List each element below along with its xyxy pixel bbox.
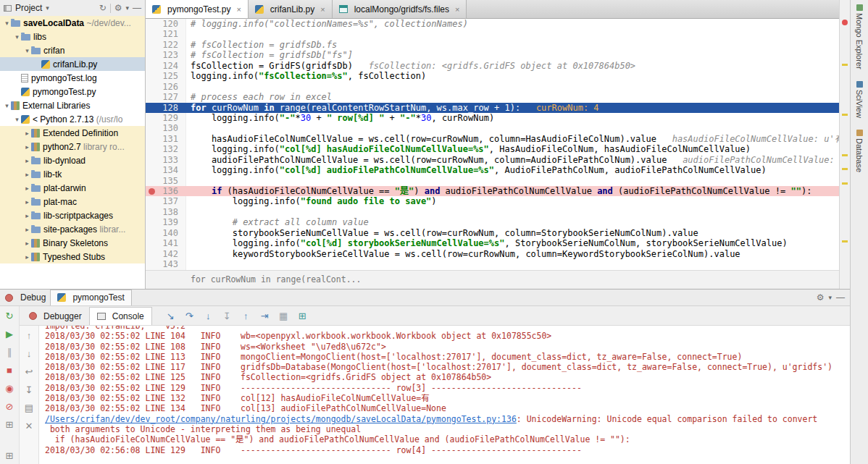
tool-button-database[interactable]: Database bbox=[855, 130, 864, 172]
gutter-line-127[interactable]: 127 bbox=[146, 92, 186, 102]
view-as-table-icon[interactable]: ⊞ bbox=[296, 308, 309, 324]
code-line-120[interactable]: 120# logging.info("collectionNames=%s", … bbox=[146, 19, 839, 29]
debug-tab-debugger[interactable]: Debugger bbox=[22, 307, 89, 325]
code-line-124[interactable]: 124fsCollection = GridFS(gridfsDb) fsCol… bbox=[146, 61, 839, 71]
previous-occurrence-icon[interactable]: ↑ bbox=[22, 329, 36, 342]
code-line-137[interactable]: 137 logging.info("found audo file to sav… bbox=[146, 196, 839, 206]
gear-icon[interactable]: ⚙ bbox=[114, 4, 122, 12]
tree-item-typeshed-stubs[interactable]: ▸Typeshed Stubs bbox=[0, 250, 145, 263]
tree-item-python-2-7-13[interactable]: ▾< Python 2.7.13 (/usr/lo bbox=[0, 112, 145, 126]
code-line-143[interactable]: 143 bbox=[146, 259, 839, 269]
tree-right-arrow-icon[interactable]: ▸ bbox=[23, 143, 31, 151]
tool-button-mongo-explorer[interactable]: Mongo Explorer bbox=[855, 4, 864, 69]
sync-icon[interactable]: ↻ bbox=[99, 4, 107, 12]
code-line-130[interactable]: 130 bbox=[146, 123, 839, 133]
gutter-line-122[interactable]: 122 bbox=[146, 40, 186, 50]
tree-down-arrow-icon[interactable]: ▾ bbox=[3, 20, 11, 27]
run-to-cursor-icon[interactable]: ⇥ bbox=[258, 308, 272, 324]
step-out-icon[interactable]: ↑ bbox=[239, 308, 253, 324]
tree-right-arrow-icon[interactable]: ▸ bbox=[23, 253, 31, 261]
gutter-line-139[interactable]: 139 bbox=[146, 217, 186, 227]
tree-right-arrow-icon[interactable]: ▸ bbox=[23, 212, 31, 219]
print-console-icon[interactable]: ▤ bbox=[22, 402, 36, 414]
chevron-down-icon[interactable]: ▾ bbox=[828, 294, 832, 301]
resume-program-icon[interactable]: ▶ bbox=[3, 328, 16, 340]
code-line-131[interactable]: 131 hasAudioFileColNumCellValue = ws.cel… bbox=[146, 134, 839, 144]
tree-down-arrow-icon[interactable]: ▾ bbox=[23, 47, 31, 54]
gear-icon[interactable]: ⚙ bbox=[817, 293, 825, 302]
code-line-126[interactable]: 126 bbox=[146, 82, 839, 92]
gutter-line-130[interactable]: 130 bbox=[146, 123, 186, 133]
tree-item-extended-definition[interactable]: ▸Extended Definition bbox=[0, 126, 145, 140]
code-line-134[interactable]: 134 logging.info("col[%d] audioFilePathC… bbox=[146, 165, 839, 175]
hide-tool-window-bars-icon[interactable]: ⊞ bbox=[6, 450, 14, 461]
stop-program-icon[interactable]: ■ bbox=[3, 364, 16, 376]
pause-program-icon[interactable]: ∥ bbox=[3, 346, 16, 358]
hide-panel-icon[interactable]: — bbox=[133, 4, 141, 12]
code-line-138[interactable]: 138 bbox=[146, 207, 839, 217]
code-line-140[interactable]: 140 storybookSerieNumCellValue = ws.cell… bbox=[146, 228, 839, 238]
tree-down-arrow-icon[interactable]: ▾ bbox=[3, 102, 11, 109]
gutter-line-120[interactable]: 120 bbox=[146, 19, 186, 29]
gutter-line-131[interactable]: 131 bbox=[146, 134, 186, 144]
code-line-123[interactable]: 123# fsCollection = gridfsDb["fs"] bbox=[146, 50, 839, 60]
tree-item-pymongotest-py[interactable]: pymongoTest.py bbox=[0, 85, 145, 98]
rerun-icon[interactable]: ↻ bbox=[3, 310, 16, 322]
gutter-line-132[interactable]: 132 bbox=[146, 144, 186, 154]
warning-mark-icon[interactable] bbox=[842, 154, 848, 156]
gutter-line-124[interactable]: 124 bbox=[146, 61, 186, 71]
gutter-line-134[interactable]: 134 bbox=[146, 165, 186, 175]
tree-right-arrow-icon[interactable]: ▸ bbox=[23, 198, 31, 206]
code-line-142[interactable]: 142 keywordStorybookSerieCellValue = ws.… bbox=[146, 249, 839, 259]
code-line-127[interactable]: 127# process each row in excel bbox=[146, 92, 839, 102]
code-line-136[interactable]: 136 if (hasAudioFileColNumCellValue == "… bbox=[146, 186, 839, 196]
view-breakpoints-icon[interactable]: ◉ bbox=[3, 382, 16, 395]
warning-mark-icon[interactable] bbox=[842, 168, 848, 170]
close-icon[interactable]: × bbox=[236, 5, 241, 14]
tree-item-crifan[interactable]: ▾crifan bbox=[0, 43, 145, 57]
warning-mark-icon[interactable] bbox=[842, 64, 848, 66]
gutter-line-126[interactable]: 126 bbox=[146, 82, 186, 92]
code-line-132[interactable]: 132 logging.info("col[%d] hasAudioFileCo… bbox=[146, 144, 839, 154]
warning-mark-icon[interactable] bbox=[842, 240, 848, 242]
tree-down-arrow-icon[interactable]: ▾ bbox=[13, 33, 21, 41]
code-line-133[interactable]: 133 audioFilePathColNumCellValue = ws.ce… bbox=[146, 155, 839, 165]
warning-mark-icon[interactable] bbox=[842, 182, 848, 185]
code-line-128[interactable]: 128for curRowNum in range(realContentRow… bbox=[146, 103, 839, 113]
tree-item-savelocaldata[interactable]: ▾saveLocalData ~/dev/dev... bbox=[0, 16, 145, 30]
gutter-line-123[interactable]: 123 bbox=[146, 50, 186, 60]
code-line-125[interactable]: 125logging.info("fsCollection=%s", fsCol… bbox=[146, 71, 839, 81]
tree-right-arrow-icon[interactable]: ▸ bbox=[23, 130, 31, 137]
gutter-line-128[interactable]: 128 bbox=[146, 103, 186, 113]
tree-item-lib-tk[interactable]: ▸lib-tk bbox=[0, 167, 145, 181]
editor-tab-crifanlib-py[interactable]: crifanLib.py× bbox=[249, 0, 333, 18]
close-icon[interactable]: × bbox=[320, 5, 325, 14]
tree-item-lib-dynload[interactable]: ▸lib-dynload bbox=[0, 153, 145, 167]
tree-down-arrow-icon[interactable]: ▾ bbox=[13, 116, 21, 123]
tree-item-crifanlib-py[interactable]: crifanLib.py bbox=[0, 57, 145, 71]
soft-wrap-icon[interactable]: ↩ bbox=[22, 366, 36, 378]
tree-item-external-libraries[interactable]: ▾External Libraries bbox=[0, 98, 145, 112]
scroll-to-end-icon[interactable]: ↧ bbox=[22, 384, 36, 396]
next-occurrence-icon[interactable]: ↓ bbox=[22, 347, 36, 360]
gutter-line-141[interactable]: 141 bbox=[146, 238, 186, 248]
tree-item-lib-scriptpackages[interactable]: ▸lib-scriptpackages bbox=[0, 208, 145, 222]
debug-session-tab[interactable]: pymongoTest bbox=[50, 290, 131, 305]
code-line-139[interactable]: 139 # extract all column value bbox=[146, 217, 839, 227]
chevron-down-icon[interactable]: ▾ bbox=[46, 4, 49, 12]
gutter-line-138[interactable]: 138 bbox=[146, 207, 186, 217]
tree-item-site-packages[interactable]: ▸site-packages librar... bbox=[0, 222, 145, 236]
code-line-129[interactable]: 129 logging.info("-"*30 + " row[%d] " + … bbox=[146, 113, 839, 123]
tree-item-plat-darwin[interactable]: ▸plat-darwin bbox=[0, 181, 145, 195]
code-line-141[interactable]: 141 logging.info("col[%d] storybookSerie… bbox=[146, 238, 839, 248]
tree-right-arrow-icon[interactable]: ▸ bbox=[23, 171, 31, 178]
evaluate-expression-icon[interactable]: ▦ bbox=[277, 308, 291, 324]
tree-right-arrow-icon[interactable]: ▸ bbox=[23, 226, 31, 233]
restore-layout-icon[interactable]: ⊞ bbox=[3, 418, 16, 431]
error-indicator-icon[interactable] bbox=[842, 20, 848, 25]
close-icon[interactable]: × bbox=[455, 5, 459, 14]
tool-button-sciview[interactable]: SciView bbox=[855, 81, 864, 118]
tree-item-pymongotest-log[interactable]: pymongoTest.log bbox=[0, 71, 145, 85]
warning-mark-icon[interactable] bbox=[842, 114, 848, 116]
gutter-line-121[interactable]: 121 bbox=[146, 29, 186, 39]
